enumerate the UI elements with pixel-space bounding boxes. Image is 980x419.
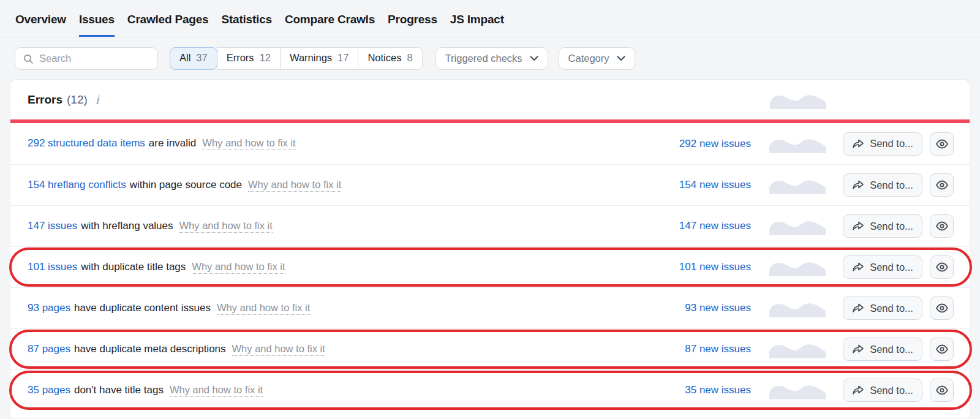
severity-filter: All 37 Errors 12 Warnings 17 Notices 8 — [170, 47, 423, 70]
tab-compare-crawls[interactable]: Compare Crawls — [285, 0, 375, 37]
tab-crawled-pages[interactable]: Crawled Pages — [127, 0, 209, 37]
send-to-button[interactable]: Send to... — [843, 255, 922, 279]
send-to-button[interactable]: Send to... — [843, 214, 922, 238]
filter-errors-count: 12 — [260, 52, 271, 64]
forward-arrow-icon — [852, 221, 864, 232]
send-to-button[interactable]: Send to... — [843, 379, 922, 402]
tab-progress[interactable]: Progress — [388, 0, 437, 37]
send-to-label: Send to... — [870, 385, 913, 396]
issues-list: 292 structured data items are invalid Wh… — [10, 123, 970, 410]
why-how-to-fix-link[interactable]: Why and how to fix it — [170, 384, 263, 397]
issue-count-link[interactable]: 35 pages — [28, 384, 70, 396]
filter-warnings-label: Warnings — [290, 52, 332, 64]
tab-js-impact[interactable]: JS Impact — [450, 0, 504, 37]
trend-sparkline — [769, 258, 826, 276]
chevron-down-icon — [617, 56, 625, 61]
chevron-down-icon — [530, 56, 538, 61]
hide-issue-button[interactable] — [930, 379, 954, 402]
filter-notices-label: Notices — [368, 52, 401, 64]
send-to-button[interactable]: Send to... — [843, 132, 922, 156]
search-icon — [23, 53, 34, 64]
why-how-to-fix-link[interactable]: Why and how to fix it — [248, 179, 341, 192]
eye-icon — [935, 178, 949, 192]
triggered-checks-dropdown[interactable]: Triggered checks — [435, 47, 548, 70]
forward-arrow-icon — [852, 344, 864, 355]
issue-count-link[interactable]: 101 issues — [28, 261, 77, 273]
trend-sparkline — [769, 217, 826, 235]
tab-statistics[interactable]: Statistics — [221, 0, 271, 37]
issue-description: have duplicate meta descriptions — [74, 343, 226, 355]
eye-icon — [935, 301, 949, 315]
hide-issue-button[interactable] — [930, 338, 954, 361]
forward-arrow-icon — [852, 303, 864, 314]
why-how-to-fix-link[interactable]: Why and how to fix it — [192, 261, 285, 274]
issue-description: with duplicate title tags — [81, 261, 186, 273]
new-issues-link[interactable]: 87 new issues — [659, 343, 751, 355]
new-issues-link[interactable]: 101 new issues — [659, 261, 751, 273]
errors-panel-header: Errors (12) i — [10, 80, 970, 119]
tab-issues[interactable]: Issues — [79, 0, 115, 37]
tab-overview[interactable]: Overview — [15, 0, 66, 37]
hide-issue-button[interactable] — [930, 296, 954, 320]
why-how-to-fix-link[interactable]: Why and how to fix it — [202, 137, 295, 150]
issue-count-link[interactable]: 154 hreflang conflicts — [28, 179, 126, 191]
new-issues-link[interactable]: 35 new issues — [659, 384, 751, 396]
send-to-label: Send to... — [870, 221, 913, 232]
errors-panel: Errors (12) i 292 structured data items … — [10, 79, 970, 418]
why-how-to-fix-link[interactable]: Why and how to fix it — [232, 343, 325, 356]
send-to-button[interactable]: Send to... — [843, 296, 922, 320]
eye-icon — [935, 260, 949, 274]
send-to-button[interactable]: Send to... — [843, 173, 922, 197]
filter-bar: All 37 Errors 12 Warnings 17 Notices 8 T… — [0, 37, 980, 79]
triggered-checks-label: Triggered checks — [445, 53, 522, 64]
why-how-to-fix-link[interactable]: Why and how to fix it — [179, 220, 273, 233]
category-label: Category — [568, 53, 609, 64]
issue-description: have duplicate content issues — [74, 302, 211, 314]
issue-row: 93 pages have duplicate content issues W… — [10, 287, 970, 328]
why-how-to-fix-link[interactable]: Why and how to fix it — [217, 302, 310, 315]
issue-description: within page source code — [130, 179, 242, 191]
trend-sparkline — [770, 91, 826, 109]
forward-arrow-icon — [852, 262, 864, 273]
issue-row: 87 pages have duplicate meta description… — [10, 328, 970, 369]
hide-issue-button[interactable] — [930, 132, 954, 156]
eye-icon — [935, 219, 949, 233]
issue-count-link[interactable]: 87 pages — [28, 343, 70, 355]
trend-sparkline — [769, 299, 826, 317]
trend-sparkline — [769, 381, 826, 399]
filter-errors[interactable]: Errors 12 — [217, 47, 281, 70]
hide-issue-button[interactable] — [930, 214, 954, 238]
send-to-label: Send to... — [870, 344, 913, 355]
issue-row: 154 hreflang conflicts within page sourc… — [10, 164, 970, 205]
issue-count-link[interactable]: 93 pages — [28, 302, 70, 314]
eye-icon — [935, 383, 949, 397]
trend-sparkline — [769, 176, 826, 194]
hide-issue-button[interactable] — [930, 255, 954, 279]
send-to-button[interactable]: Send to... — [843, 338, 922, 361]
send-to-label: Send to... — [870, 303, 913, 314]
trend-sparkline — [769, 135, 826, 153]
filter-all-label: All — [179, 52, 190, 64]
issue-row: 101 issues with duplicate title tags Why… — [10, 246, 970, 287]
filter-all[interactable]: All 37 — [170, 47, 217, 70]
filter-notices[interactable]: Notices 8 — [358, 47, 422, 70]
filter-errors-label: Errors — [227, 52, 254, 64]
issue-row: 35 pages don't have title tags Why and h… — [10, 369, 970, 410]
search-input[interactable] — [39, 53, 150, 64]
info-icon[interactable]: i — [96, 93, 99, 106]
issue-count-link[interactable]: 147 issues — [28, 220, 77, 232]
new-issues-link[interactable]: 292 new issues — [659, 138, 751, 150]
new-issues-link[interactable]: 147 new issues — [659, 220, 751, 232]
hide-issue-button[interactable] — [930, 173, 954, 197]
search-box[interactable] — [15, 47, 158, 70]
issue-description: with hreflang values — [81, 220, 173, 232]
send-to-label: Send to... — [870, 262, 913, 273]
new-issues-link[interactable]: 154 new issues — [659, 179, 751, 191]
issue-count-link[interactable]: 292 structured data items — [28, 137, 145, 149]
forward-arrow-icon — [852, 179, 864, 191]
filter-warnings[interactable]: Warnings 17 — [280, 47, 358, 70]
category-dropdown[interactable]: Category — [559, 47, 635, 70]
panel-title: Errors — [28, 93, 62, 107]
new-issues-link[interactable]: 93 new issues — [659, 302, 751, 314]
issue-description: are invalid — [149, 137, 197, 149]
